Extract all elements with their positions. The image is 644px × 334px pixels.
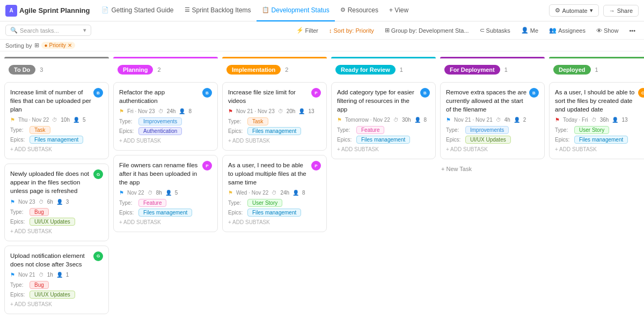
epic-tag: UI/UX Updates bbox=[465, 136, 511, 144]
type-tag: User Story bbox=[247, 199, 282, 207]
assignees-button[interactable]: 👥 Assignees bbox=[546, 26, 589, 35]
card-epic-row: Epics: Authentication bbox=[119, 127, 212, 135]
me-label: Me bbox=[530, 27, 538, 34]
card-dates: Nov 21 bbox=[18, 272, 35, 278]
card-epic-row: Epics: Files management bbox=[228, 127, 321, 135]
tab-label: + View bbox=[389, 6, 408, 14]
card-type-row: Type: Improvements bbox=[446, 126, 539, 134]
add-subtask-btn[interactable]: + ADD SUBTASK bbox=[10, 227, 103, 235]
card-time: 4h bbox=[504, 117, 510, 123]
card-title: Remove extra spaces the are currently al… bbox=[446, 88, 527, 114]
flag-icon: ⚑ bbox=[119, 190, 124, 196]
add-subtask-btn[interactable]: + ADD SUBTASK bbox=[337, 145, 430, 153]
add-subtask-btn[interactable]: + ADD SUBTASK bbox=[228, 218, 321, 226]
epic-label: Epics: bbox=[119, 128, 136, 134]
automate-button[interactable]: ⚙ Automate ▾ bbox=[549, 4, 599, 17]
card-c1[interactable]: Increase limit of number of files that c… bbox=[4, 82, 109, 159]
toolbar-right: ⚡ Filter ↕ Sort by: Priority ⊞ Group by:… bbox=[293, 26, 639, 35]
card-avatar: B bbox=[529, 88, 539, 98]
filter-button[interactable]: ⚡ Filter bbox=[293, 26, 321, 35]
tab-label: Resources bbox=[348, 6, 378, 14]
me-button[interactable]: 👤 Me bbox=[518, 26, 541, 35]
card-c5[interactable]: File owners can rename files after it ha… bbox=[113, 155, 218, 232]
card-title: Newly uploaded file does not appear in t… bbox=[10, 169, 91, 195]
search-box[interactable]: 🔍 Search tasks... ▾ bbox=[5, 25, 91, 36]
type-label: Type: bbox=[119, 200, 136, 206]
automate-icon: ⚙ bbox=[555, 7, 560, 14]
add-subtask-btn[interactable]: + ADD SUBTASK bbox=[119, 218, 212, 226]
share-icon: → bbox=[609, 8, 615, 14]
column-for-deployment: For Deployment 1 Remove extra spaces the… bbox=[440, 57, 545, 174]
card-epic-row: Epics: Files management bbox=[555, 136, 644, 144]
card-meta: ⚑ Nov 21 · Nov 21 ⏱ 4h 👤 2 bbox=[446, 117, 539, 123]
card-type-row: Type: Task bbox=[228, 117, 321, 125]
add-subtask-btn[interactable]: + ADD SUBTASK bbox=[446, 145, 539, 153]
column-badge-planning: Planning bbox=[118, 65, 153, 75]
card-meta: ⚑ Wed · Nov 22 ⏱ 24h 👤 8 bbox=[228, 190, 321, 196]
add-subtask-btn[interactable]: + ADD SUBTASK bbox=[228, 137, 321, 145]
chevron-down-icon: ▾ bbox=[83, 27, 86, 34]
share-button[interactable]: → Share bbox=[603, 5, 639, 17]
clock-icon: ⏱ bbox=[158, 108, 164, 114]
type-label: Type: bbox=[446, 127, 463, 133]
tab-resources[interactable]: ⚙ Resources bbox=[335, 0, 384, 21]
card-c3[interactable]: Upload notification element does not clo… bbox=[4, 246, 109, 314]
tab-sprint-backlog[interactable]: ☰ Sprint Backlog Items bbox=[179, 0, 257, 21]
card-c7[interactable]: As a user, I need to be able to upload m… bbox=[222, 155, 327, 232]
card-time: 10h bbox=[61, 117, 70, 123]
show-button[interactable]: 👁 Show bbox=[593, 26, 622, 35]
new-task-button[interactable]: + New Task bbox=[440, 164, 545, 174]
add-subtask-btn[interactable]: + ADD SUBTASK bbox=[10, 145, 103, 153]
add-subtask-btn[interactable]: + ADD SUBTASK bbox=[10, 300, 103, 308]
priority-label: Priority bbox=[49, 42, 66, 48]
sort-icon: ⊞ bbox=[34, 42, 39, 49]
card-c9[interactable]: Remove extra spaces the are currently al… bbox=[440, 82, 545, 159]
app-icon: A bbox=[5, 5, 17, 17]
card-assignees: 2 bbox=[523, 117, 526, 123]
tab-dev-status[interactable]: 📋 Development Status bbox=[257, 0, 335, 21]
card-dates: Wed · Nov 22 bbox=[236, 190, 268, 196]
toolbar: 🔍 Search tasks... ▾ ⚡ Filter ↕ Sort by: … bbox=[0, 21, 644, 40]
type-label: Type: bbox=[119, 118, 136, 124]
card-epic-row: Epics: UI/UX Updates bbox=[446, 136, 539, 144]
card-c4[interactable]: Refactor the app authentication B ⚑ Fri … bbox=[113, 82, 218, 151]
column-header-todo: To Do 3 bbox=[4, 62, 109, 78]
type-label: Type: bbox=[555, 127, 572, 133]
doc-icon: 📄 bbox=[101, 6, 109, 13]
column-badge-ready-review: Ready for Review bbox=[335, 65, 396, 75]
subtasks-button[interactable]: ⊂ Subtasks bbox=[477, 26, 514, 35]
card-meta: ⚑ Nov 21 · Nov 23 ⏱ 20h 👤 13 bbox=[228, 108, 321, 114]
list-icon: ☰ bbox=[185, 6, 190, 13]
type-tag: Feature bbox=[138, 199, 166, 207]
add-subtask-btn[interactable]: + ADD SUBTASK bbox=[119, 137, 212, 145]
tab-getting-started[interactable]: 📄 Getting Started Guide bbox=[96, 0, 179, 21]
clock-icon: ⏱ bbox=[278, 108, 283, 114]
type-label: Type: bbox=[228, 200, 245, 206]
card-type-row: Type: Bug bbox=[10, 281, 103, 289]
flag-icon: ⚑ bbox=[337, 117, 342, 123]
column-count-planning: 2 bbox=[157, 66, 160, 73]
add-subtask-btn[interactable]: + ADD SUBTASK bbox=[555, 145, 644, 153]
person-icon: 👤 bbox=[514, 117, 520, 123]
type-tag: Improvements bbox=[138, 117, 182, 125]
clock-icon: ⏱ bbox=[496, 117, 501, 123]
card-c10[interactable]: As a user, I should be able to sort the … bbox=[549, 82, 644, 159]
epic-tag: Files management bbox=[30, 136, 83, 144]
priority-badge[interactable]: ● Priority ✕ bbox=[41, 42, 75, 49]
tab-view-add[interactable]: + View bbox=[384, 0, 414, 21]
person-icon: 👤 bbox=[56, 272, 63, 278]
more-button[interactable]: ••• bbox=[626, 26, 639, 35]
card-c6[interactable]: Increase file size limit for videos P ⚑ … bbox=[222, 82, 327, 151]
card-c2[interactable]: Newly uploaded file does not appear in t… bbox=[4, 164, 109, 241]
group-button[interactable]: ⊞ Group by: Development Sta... bbox=[382, 26, 472, 35]
card-meta: ⚑ Nov 23 ⏱ 6h 👤 3 bbox=[10, 199, 103, 205]
sort-button[interactable]: ↕ Sort by: Priority bbox=[326, 26, 377, 35]
epic-label: Epics: bbox=[228, 128, 245, 134]
clock-icon: ⏱ bbox=[148, 190, 153, 196]
epic-label: Epics: bbox=[555, 137, 572, 143]
filter-icon: ⚡ bbox=[296, 27, 304, 34]
card-dates: Thu · Nov 22 bbox=[18, 117, 49, 123]
person-icon: 👤 bbox=[165, 190, 172, 196]
card-assignees: 5 bbox=[175, 190, 178, 196]
card-c8[interactable]: Add category type for easier filtering o… bbox=[331, 82, 436, 159]
